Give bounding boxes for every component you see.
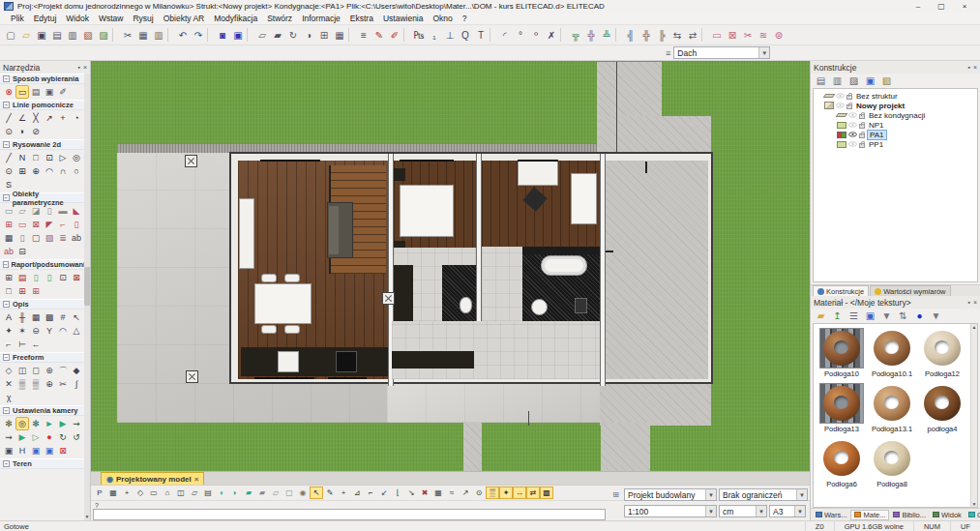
- angle-dim-icon[interactable]: Y: [43, 324, 56, 338]
- material-scrollbar[interactable]: ▲ ▼: [970, 324, 977, 507]
- dock-tab-material[interactable]: Mate...: [850, 510, 889, 520]
- preview-dd-icon[interactable]: ▼: [879, 310, 894, 323]
- align-top-icon[interactable]: ╦: [568, 27, 583, 43]
- strip-pan-icon[interactable]: ▭: [147, 487, 161, 499]
- collapse-icon[interactable]: −: [3, 75, 10, 82]
- strip-person4-icon[interactable]: ▩: [540, 487, 553, 499]
- tree-item-nowy-projekt[interactable]: Nowy projekt: [814, 101, 977, 110]
- paste-icon[interactable]: ▥: [151, 27, 166, 43]
- tools-scrollbar[interactable]: ▼: [84, 74, 90, 520]
- tab-wartosci-wymiarow[interactable]: Wartości wymiarów: [870, 285, 950, 296]
- maximize-button[interactable]: ▢: [930, 1, 953, 13]
- tab-projektowany-model[interactable]: ◉ Projektowany model ×: [101, 472, 204, 485]
- texture-podloga6[interactable]: Podłoga6: [817, 438, 867, 488]
- strip-person2-icon[interactable]: ↔: [513, 487, 526, 499]
- strip-solid2-icon[interactable]: ◗: [228, 487, 242, 499]
- window-plan-icon[interactable]: ▭: [709, 27, 725, 43]
- color-dd-icon[interactable]: ▼: [929, 310, 943, 323]
- height-dim-icon[interactable]: ⊢: [15, 338, 29, 351]
- lock-icon[interactable]: [859, 143, 865, 148]
- draw-line-icon[interactable]: ╱: [2, 151, 15, 164]
- camera-frame-icon[interactable]: ▣: [2, 444, 15, 457]
- tree-view-icon[interactable]: ☰: [846, 310, 861, 323]
- pin-icon[interactable]: ▪: [967, 299, 969, 306]
- strip-delete-icon[interactable]: ✖: [418, 487, 431, 499]
- mirror-object-icon[interactable]: ◑: [301, 27, 316, 43]
- dim-nan-icon[interactable]: ▩: [43, 310, 56, 324]
- helpcircle-center-icon[interactable]: ⊙: [2, 125, 15, 138]
- structure-box-icon[interactable]: ▣: [863, 74, 877, 88]
- eye-icon[interactable]: [848, 141, 857, 147]
- menu-item[interactable]: Ekstra: [345, 14, 378, 23]
- collapse-icon[interactable]: −: [3, 354, 10, 361]
- draw-arc-icon[interactable]: ◠: [43, 164, 56, 178]
- person-icon[interactable]: ✻: [29, 417, 43, 430]
- menu-item[interactable]: Obiekty AR: [159, 14, 210, 23]
- wall-right-icon[interactable]: ╣: [623, 27, 638, 43]
- helpline-icon[interactable]: ╱: [2, 111, 15, 125]
- dock-tab-widok[interactable]: Widok: [930, 510, 965, 520]
- section-header-linie-pomocnicze[interactable]: −Linie pomocnicze: [0, 100, 90, 110]
- wall-swap2-icon[interactable]: ⇄: [685, 27, 700, 43]
- tree-item-np1[interactable]: NP1: [814, 120, 977, 130]
- strip-pen-icon[interactable]: ✎: [323, 487, 337, 499]
- strip-floor-icon[interactable]: ⌊: [391, 487, 404, 499]
- chevron-down-icon[interactable]: ▼: [705, 506, 716, 516]
- strip-zoom-icon[interactable]: ◇: [134, 487, 147, 499]
- texture-podloga4[interactable]: podłoga4: [917, 383, 967, 433]
- layers-red-icon[interactable]: ≋: [756, 27, 771, 43]
- trim-icon[interactable]: χ: [2, 391, 15, 404]
- column-icon[interactable]: ▯: [43, 204, 56, 218]
- diameter-icon[interactable]: ⊖: [29, 324, 43, 338]
- helpline-axis-icon[interactable]: +: [56, 111, 70, 125]
- opening-icon[interactable]: ▯: [70, 218, 83, 231]
- draw-circle-hatch-icon[interactable]: ◎: [70, 151, 83, 164]
- lock-icon[interactable]: [846, 104, 852, 109]
- section-header-opis[interactable]: −Opis: [0, 299, 90, 310]
- slab-edit-icon[interactable]: ◪: [29, 204, 43, 218]
- wall-icon[interactable]: ▭: [2, 204, 15, 218]
- print-preview-icon[interactable]: ▥: [65, 27, 80, 43]
- roof-icon[interactable]: ◣: [70, 204, 83, 218]
- roof-q-icon[interactable]: ⊜: [771, 27, 787, 43]
- wall-swap-icon[interactable]: ⇆: [669, 27, 685, 43]
- text-abc-icon[interactable]: ab: [70, 231, 83, 245]
- door-icon[interactable]: ▯: [15, 231, 29, 245]
- slope-icon[interactable]: △: [70, 324, 83, 338]
- text-icon[interactable]: A: [2, 310, 15, 324]
- dock-tab-odnosniki[interactable]: Odn...: [965, 510, 980, 520]
- texture-podloga10-1[interactable]: Podłoga10.1: [867, 328, 917, 378]
- toolbar-icon[interactable]: [112, 28, 119, 42]
- strip-wire-icon[interactable]: ▰: [255, 487, 269, 499]
- align-mid-icon[interactable]: ╬: [583, 27, 599, 43]
- select-lasso-icon[interactable]: ✐: [56, 85, 70, 99]
- redo-icon[interactable]: ↷: [191, 27, 206, 43]
- toolbar-icon[interactable]: [167, 28, 174, 42]
- structure-add-icon[interactable]: ▧: [879, 74, 894, 88]
- deform-icon[interactable]: ✕: [2, 377, 15, 391]
- dim-frame-icon[interactable]: #: [56, 310, 70, 324]
- collapse-icon[interactable]: −: [3, 194, 10, 201]
- sill-icon[interactable]: ⊟: [15, 245, 29, 258]
- draw-rect-grid-icon[interactable]: ⊞: [15, 164, 29, 178]
- strip-window-icon[interactable]: ◫: [174, 487, 188, 499]
- layer-select[interactable]: Dach ▼: [673, 46, 770, 59]
- window-label2-icon[interactable]: ⊞: [29, 284, 43, 298]
- flag2-icon[interactable]: ▷: [29, 430, 43, 444]
- beam-icon[interactable]: ▬: [56, 204, 70, 218]
- strip-screen-icon[interactable]: ▦: [106, 487, 120, 499]
- arc-dim-icon[interactable]: ◠: [56, 324, 70, 338]
- toolbar-icon[interactable]: [615, 28, 622, 42]
- modify-red-icon[interactable]: ✐: [387, 27, 402, 43]
- minimize-button[interactable]: –: [906, 1, 930, 13]
- dim-chain-icon[interactable]: ╫: [15, 310, 29, 324]
- lock-icon[interactable]: [846, 95, 852, 100]
- menu-item[interactable]: Plik: [6, 14, 29, 23]
- eye-icon[interactable]: [848, 112, 857, 118]
- strip-box-icon[interactable]: ▢: [282, 487, 296, 499]
- area-label-icon[interactable]: □: [2, 284, 15, 298]
- select-region-icon[interactable]: ▣: [43, 85, 56, 99]
- pin-icon[interactable]: ▪: [967, 64, 969, 71]
- collapse-icon[interactable]: −: [3, 301, 10, 308]
- open-file-icon[interactable]: ▱: [18, 27, 34, 43]
